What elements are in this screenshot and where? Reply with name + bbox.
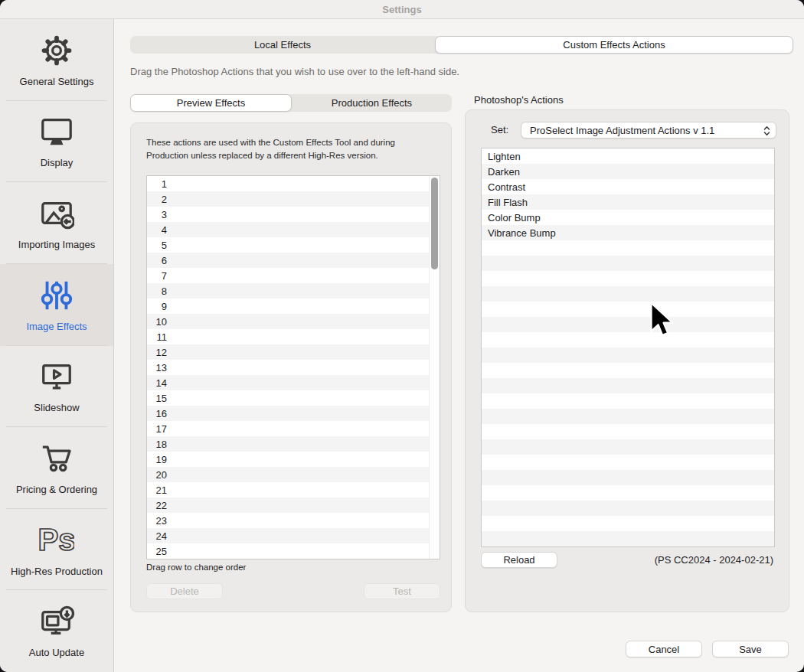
- scrollbar-thumb[interactable]: [431, 178, 438, 269]
- gear-icon: [39, 33, 74, 68]
- sidebar-item-display[interactable]: Display: [0, 101, 113, 183]
- effect-slot-row[interactable]: 20: [147, 467, 440, 482]
- effects-description: These actions are used with the Custom E…: [146, 136, 439, 163]
- sidebar-item-label: Slideshow: [34, 402, 79, 413]
- sidebar-item-label: Display: [41, 157, 74, 168]
- effect-slot-row[interactable]: 11: [147, 329, 440, 344]
- tab-local-effects[interactable]: Local Effects: [130, 36, 435, 54]
- effect-slot-row[interactable]: 2: [147, 191, 440, 207]
- chevron-up-down-icon: [763, 125, 771, 139]
- test-button[interactable]: Test: [364, 583, 440, 599]
- sidebar-item-pricing-ordering[interactable]: Pricing & Ordering: [0, 427, 113, 509]
- display-icon: [39, 114, 74, 149]
- action-row[interactable]: Vibrance Bump: [482, 225, 774, 240]
- effect-slot-row[interactable]: 24: [147, 528, 440, 543]
- action-row[interactable]: Fill Flash: [482, 194, 774, 210]
- action-set-value: ProSelect Image Adjustment Actions v 1.1: [530, 125, 714, 136]
- import-images-icon: [39, 196, 74, 231]
- delete-button[interactable]: Delete: [146, 583, 223, 599]
- effect-slot-row[interactable]: 22: [147, 497, 440, 513]
- action-row[interactable]: Lighten: [482, 148, 774, 164]
- tab-custom-effects-actions[interactable]: Custom Effects Actions: [435, 36, 793, 54]
- effect-slot-row[interactable]: 23: [147, 513, 440, 528]
- effects-tab-bar: Local Effects Custom Effects Actions: [130, 36, 793, 54]
- effect-slot-row[interactable]: 14: [147, 375, 440, 390]
- sidebar: General Settings Display: [0, 19, 114, 672]
- sidebar-item-slideshow[interactable]: Slideshow: [0, 346, 113, 428]
- effects-slot-list: 1 2 3 4 5 6 7 8: [146, 175, 440, 559]
- effect-slot-row[interactable]: 17: [147, 421, 440, 436]
- effect-slot-row[interactable]: 16: [147, 406, 440, 421]
- sliders-icon: [39, 278, 74, 313]
- effect-slot-row[interactable]: 15: [147, 390, 440, 406]
- scrollbar[interactable]: [429, 176, 440, 559]
- auto-update-icon: [39, 604, 74, 639]
- preview-effects-panel: These actions are used with the Custom E…: [130, 122, 452, 612]
- effect-slot-row[interactable]: 9: [147, 298, 440, 314]
- photoshop-icon: Ps: [39, 523, 74, 558]
- effect-slot-row[interactable]: 8: [147, 283, 440, 298]
- sidebar-item-label: General Settings: [20, 76, 94, 87]
- effect-slot-row[interactable]: 6: [147, 253, 440, 268]
- cancel-button[interactable]: Cancel: [626, 641, 702, 657]
- photoshops-actions-title: Photoshop's Actions: [474, 94, 564, 106]
- set-label: Set:: [491, 124, 508, 135]
- sidebar-item-importing-images[interactable]: Importing Images: [0, 182, 113, 264]
- sidebar-item-auto-update[interactable]: Auto Update: [0, 590, 113, 672]
- action-row[interactable]: Color Bump: [482, 210, 774, 225]
- window-title: Settings: [382, 4, 421, 15]
- action-set-select[interactable]: ProSelect Image Adjustment Actions v 1.1: [521, 122, 776, 139]
- sidebar-item-label: High-Res Production: [11, 566, 103, 577]
- effect-slot-row[interactable]: 10: [147, 314, 440, 329]
- drag-hint-text: Drag row to change order: [146, 563, 246, 572]
- sidebar-item-label: Auto Update: [29, 647, 84, 658]
- tab-preview-effects[interactable]: Preview Effects: [130, 94, 292, 112]
- tab-production-effects[interactable]: Production Effects: [292, 94, 452, 112]
- svg-text:Ps: Ps: [39, 523, 74, 557]
- reload-button[interactable]: Reload: [481, 552, 557, 568]
- photoshop-actions-panel: Set: ProSelect Image Adjustment Actions …: [465, 109, 789, 612]
- effect-slot-row[interactable]: 12: [147, 344, 440, 360]
- slideshow-icon: [39, 359, 74, 394]
- effect-slot-row[interactable]: 3: [147, 207, 440, 222]
- effect-slot-row[interactable]: 21: [147, 482, 440, 497]
- effect-slot-row[interactable]: 1: [147, 176, 440, 191]
- sidebar-item-high-res-production[interactable]: Ps High-Res Production: [0, 509, 113, 591]
- preview-production-tab-bar: Preview Effects Production Effects: [130, 94, 452, 112]
- effect-slot-row[interactable]: 5: [147, 237, 440, 253]
- photoshop-version-text: (PS CC2024 - 2024-02-21): [655, 554, 773, 566]
- effect-slot-row[interactable]: 25: [147, 543, 440, 559]
- screen: Settings General Settings: [0, 0, 804, 672]
- set-row: Set: ProSelect Image Adjustment Actions …: [466, 122, 789, 139]
- photoshop-actions-list: Lighten Darken Contrast Fill Flash Color…: [481, 148, 775, 547]
- save-button[interactable]: Save: [712, 641, 789, 657]
- action-row[interactable]: Darken: [482, 164, 774, 179]
- main-content: Local Effects Custom Effects Actions Dra…: [114, 19, 804, 672]
- sidebar-item-general-settings[interactable]: General Settings: [0, 19, 113, 101]
- effect-slot-row[interactable]: 19: [147, 452, 440, 467]
- effect-slot-row[interactable]: 7: [147, 268, 440, 283]
- sidebar-item-label: Pricing & Ordering: [16, 484, 97, 495]
- sidebar-item-label: Image Effects: [26, 321, 87, 332]
- instruction-text: Drag the Photoshop Actions that you wish…: [130, 66, 459, 77]
- effect-slot-row[interactable]: 4: [147, 222, 440, 237]
- cart-icon: [39, 441, 74, 476]
- settings-window: Settings General Settings: [0, 0, 804, 672]
- titlebar: Settings: [0, 0, 804, 19]
- sidebar-item-image-effects[interactable]: Image Effects: [0, 264, 113, 346]
- effect-slot-row[interactable]: 13: [147, 360, 440, 375]
- sidebar-item-label: Importing Images: [18, 239, 95, 250]
- effect-slot-row[interactable]: 18: [147, 436, 440, 452]
- action-row[interactable]: Contrast: [482, 179, 774, 194]
